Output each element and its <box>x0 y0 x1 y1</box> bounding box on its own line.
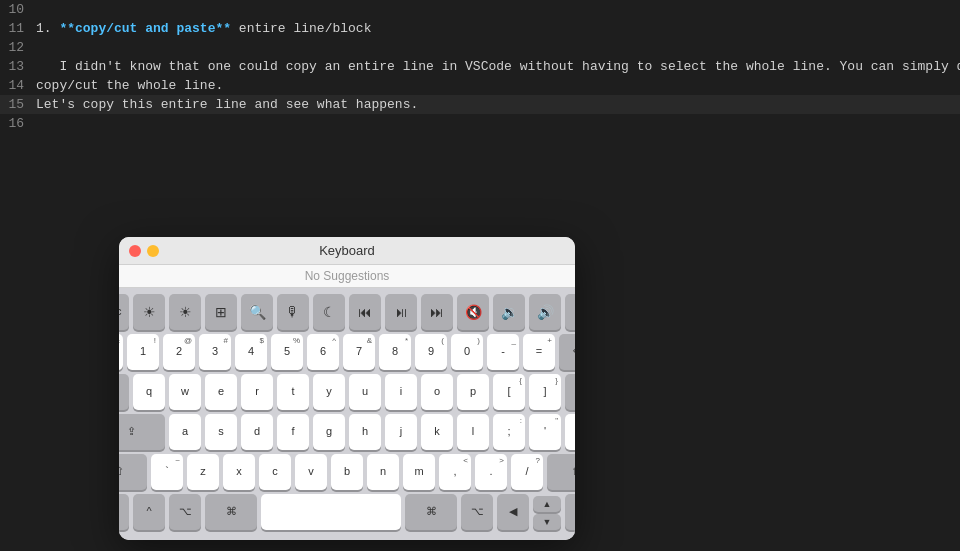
media-row: esc ☀ ☀ ⊞ 🔍 🎙 ☾ ⏮ ⏯ ⏭ 🔇 🔉 🔊 ≡ <box>125 294 569 330</box>
key-close-bracket[interactable]: } ] <box>529 374 561 410</box>
key-arrow-down[interactable]: ▼ <box>533 514 561 530</box>
dialog-controls <box>129 245 159 257</box>
brightness-down-icon: ☀ <box>143 304 156 321</box>
line-text: Let's copy this entire line and see what… <box>36 95 960 114</box>
key-r[interactable]: r <box>241 374 273 410</box>
vol-down-icon: 🔉 <box>501 304 518 321</box>
key-e[interactable]: e <box>205 374 237 410</box>
key-option-left[interactable]: ⌥ <box>169 494 201 530</box>
line-num: 11 <box>0 19 36 38</box>
key-m[interactable]: m <box>403 454 435 490</box>
line-num: 12 <box>0 38 36 57</box>
key-quote[interactable]: " ' <box>529 414 561 450</box>
key-backspace[interactable]: ⌫ <box>559 334 575 370</box>
key-p[interactable]: p <box>457 374 489 410</box>
brightness-up-icon: ☀ <box>179 304 192 321</box>
key-9[interactable]: ( 9 <box>415 334 447 370</box>
key-minus[interactable]: _ - <box>487 334 519 370</box>
key-cmd-left[interactable]: ⌘ <box>205 494 257 530</box>
key-vol-up[interactable]: 🔊 <box>529 294 561 330</box>
key-fn[interactable]: fn <box>119 494 129 530</box>
key-a[interactable]: a <box>169 414 201 450</box>
moon-icon: ☾ <box>323 304 336 321</box>
play-pause-icon: ⏯ <box>394 304 408 321</box>
key-play-pause[interactable]: ⏯ <box>385 294 417 330</box>
key-6[interactable]: ^ 6 <box>307 334 339 370</box>
key-d[interactable]: d <box>241 414 273 450</box>
key-b[interactable]: b <box>331 454 363 490</box>
key-equals[interactable]: + = <box>523 334 555 370</box>
key-backslash[interactable]: \ <box>565 414 575 450</box>
key-k[interactable]: k <box>421 414 453 450</box>
key-f[interactable]: f <box>277 414 309 450</box>
line-text: copy/cut the whole line. <box>36 76 960 95</box>
key-4[interactable]: $ 4 <box>235 334 267 370</box>
key-comma[interactable]: < , <box>439 454 471 490</box>
key-display[interactable]: ⊞ <box>205 294 237 330</box>
key-open-bracket[interactable]: { [ <box>493 374 525 410</box>
key-slash[interactable]: ? / <box>511 454 543 490</box>
key-1[interactable]: ! 1 <box>127 334 159 370</box>
key-0[interactable]: ) 0 <box>451 334 483 370</box>
key-cmd-right[interactable]: ⌘ <box>405 494 457 530</box>
key-arrow-left[interactable]: ◀ <box>497 494 529 530</box>
key-h[interactable]: h <box>349 414 381 450</box>
key-y[interactable]: y <box>313 374 345 410</box>
suggestions-text: No Suggestions <box>305 269 390 283</box>
key-c[interactable]: c <box>259 454 291 490</box>
close-button[interactable] <box>129 245 141 257</box>
key-vol-down[interactable]: 🔉 <box>493 294 525 330</box>
key-i[interactable]: i <box>385 374 417 410</box>
key-mute[interactable]: 🔇 <box>457 294 489 330</box>
key-ctrl[interactable]: ^ <box>133 494 165 530</box>
key-arrow-up[interactable]: ▲ <box>533 496 561 512</box>
key-z[interactable]: z <box>187 454 219 490</box>
shift-icon: ⇧ <box>119 465 124 478</box>
key-v[interactable]: v <box>295 454 327 490</box>
key-capslock[interactable]: ⇪ <box>119 414 165 450</box>
qwerty-row: ⇥ q w e r t y u i o p { [ } ] ↵ <box>125 374 569 410</box>
key-brightness-down[interactable]: ☀ <box>133 294 165 330</box>
minimize-button[interactable] <box>147 245 159 257</box>
key-semicolon[interactable]: : ; <box>493 414 525 450</box>
key-7[interactable]: & 7 <box>343 334 375 370</box>
line-num: 13 <box>0 57 36 76</box>
key-menu[interactable]: ≡ <box>565 294 575 330</box>
key-j[interactable]: j <box>385 414 417 450</box>
key-5[interactable]: % 5 <box>271 334 303 370</box>
key-w[interactable]: w <box>169 374 201 410</box>
key-3[interactable]: # 3 <box>199 334 231 370</box>
key-g[interactable]: g <box>313 414 345 450</box>
key-search[interactable]: 🔍 <box>241 294 273 330</box>
key-2[interactable]: @ 2 <box>163 334 195 370</box>
key-shift-left[interactable]: ⇧ <box>119 454 147 490</box>
key-t[interactable]: t <box>277 374 309 410</box>
line-12: 12 <box>0 38 960 57</box>
key-s[interactable]: s <box>205 414 237 450</box>
key-space[interactable] <box>261 494 401 530</box>
key-o[interactable]: o <box>421 374 453 410</box>
key-tab[interactable]: ⇥ <box>119 374 129 410</box>
key-option-right[interactable]: ⌥ <box>461 494 493 530</box>
key-section[interactable]: ± § <box>119 334 123 370</box>
key-u[interactable]: u <box>349 374 381 410</box>
key-esc[interactable]: esc <box>119 294 129 330</box>
key-8[interactable]: * 8 <box>379 334 411 370</box>
key-brightness-up[interactable]: ☀ <box>169 294 201 330</box>
key-backtick[interactable]: ~ ` <box>151 454 183 490</box>
dialog-titlebar: Keyboard <box>119 237 575 265</box>
key-arrow-right[interactable]: ▶ <box>565 494 575 530</box>
key-moon[interactable]: ☾ <box>313 294 345 330</box>
key-shift-right[interactable]: ⇧ <box>547 454 575 490</box>
key-fast-forward[interactable]: ⏭ <box>421 294 453 330</box>
line-text: 1. **copy/cut and paste** entire line/bl… <box>36 19 960 38</box>
key-x[interactable]: x <box>223 454 255 490</box>
key-period[interactable]: > . <box>475 454 507 490</box>
display-icon: ⊞ <box>215 304 227 321</box>
key-q[interactable]: q <box>133 374 165 410</box>
key-l[interactable]: l <box>457 414 489 450</box>
key-n[interactable]: n <box>367 454 399 490</box>
key-mic[interactable]: 🎙 <box>277 294 309 330</box>
key-rewind[interactable]: ⏮ <box>349 294 381 330</box>
key-return[interactable]: ↵ <box>565 374 575 410</box>
